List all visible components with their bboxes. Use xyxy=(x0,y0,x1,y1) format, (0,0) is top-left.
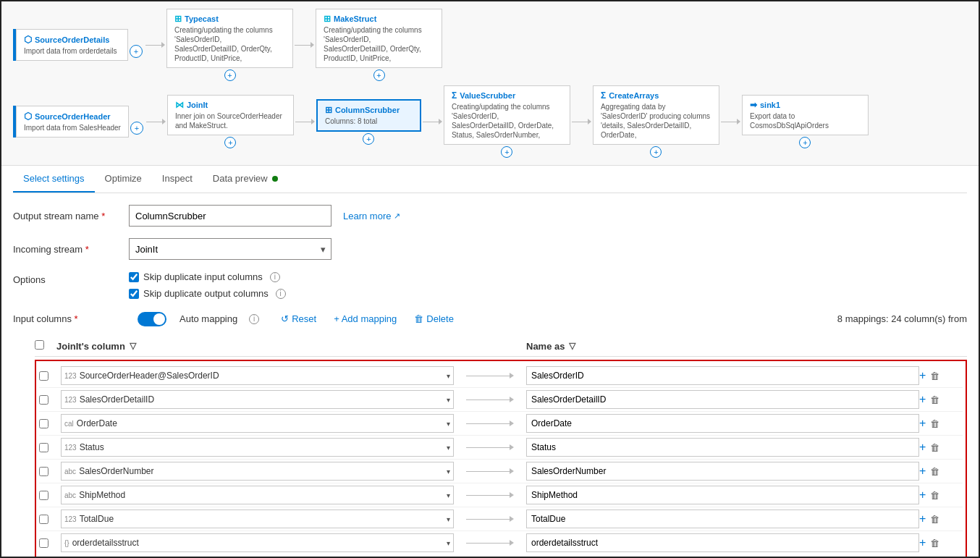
plus-below-vs[interactable]: + xyxy=(501,146,512,158)
row-add-button[interactable]: + xyxy=(919,513,926,525)
arrow-4 xyxy=(294,119,316,124)
row-add-button[interactable]: + xyxy=(919,537,926,549)
reset-button[interactable]: ↺ Reset xyxy=(276,310,321,327)
row-add-button[interactable]: + xyxy=(919,370,926,381)
row-delete-button[interactable]: 🗑 xyxy=(930,514,939,525)
node-joinit[interactable]: ⋈ JoinIt Inner join on SourceOrderHeader… xyxy=(167,95,294,135)
target-input[interactable] xyxy=(526,366,919,385)
node-wrapper-typecast: ⊞ Typecast Creating/updating the columns… xyxy=(166,9,293,81)
source-select[interactable]: 123 SourceOrderHeader@SalesOrderID ▾ xyxy=(61,366,454,385)
plus-below-makestruct[interactable]: + xyxy=(373,69,385,81)
tab-optimize[interactable]: Optimize xyxy=(95,166,152,193)
source-select[interactable]: 123 SalesOrderDetailID ▾ xyxy=(61,390,454,409)
plus-below-joinit[interactable]: + xyxy=(224,137,236,148)
skip-duplicate-input-row: Skip duplicate input columns i xyxy=(129,271,286,282)
transform-icon-2: ⊞ xyxy=(324,14,331,24)
plus-connector-1[interactable]: + xyxy=(130,45,143,58)
node-makestruct[interactable]: ⊞ MakeStruct Creating/updating the colum… xyxy=(316,9,442,68)
row-checkbox-cell xyxy=(39,419,61,428)
target-input[interactable] xyxy=(526,462,919,481)
row-delete-button[interactable]: 🗑 xyxy=(930,538,939,549)
node-columnscrubber[interactable]: ⊞ ColumnScrubber Columns: 8 total xyxy=(316,99,421,132)
node-desc-ca: Aggregating data by 'SalesOrderID' produ… xyxy=(601,102,711,140)
plus-connector-2[interactable]: + xyxy=(130,122,143,135)
row-checkbox[interactable] xyxy=(39,371,48,381)
type-icon: 123 xyxy=(64,444,77,452)
row-checkbox[interactable] xyxy=(39,491,48,500)
plus-below-ca[interactable]: + xyxy=(650,146,662,158)
row-checkbox[interactable] xyxy=(39,419,48,428)
app-container: ⬡ SourceOrderDetails Import data from or… xyxy=(0,0,980,558)
row-delete-button[interactable]: 🗑 xyxy=(930,466,939,477)
target-input[interactable] xyxy=(526,533,919,552)
auto-mapping-toggle[interactable] xyxy=(138,312,166,326)
row-checkbox[interactable] xyxy=(39,538,48,548)
skip-input-info-icon[interactable]: i xyxy=(270,272,280,282)
node-typecast[interactable]: ⊞ Typecast Creating/updating the columns… xyxy=(166,9,293,68)
output-stream-input[interactable] xyxy=(129,205,331,227)
row-add-button[interactable]: + xyxy=(919,441,926,453)
plus-below-sink1[interactable]: + xyxy=(799,137,811,148)
row-source-cell: abc SalesOrderNumber ▾ xyxy=(61,462,454,481)
row-delete-button[interactable]: 🗑 xyxy=(930,371,939,381)
row-checkbox[interactable] xyxy=(39,467,48,476)
row-delete-button[interactable]: 🗑 xyxy=(930,490,939,501)
transform-icon: ⊞ xyxy=(174,14,182,24)
node-source-order-details[interactable]: ⬡ SourceOrderDetails Import data from or… xyxy=(16,29,128,61)
target-input[interactable] xyxy=(526,390,919,409)
chevron-down-icon: ▾ xyxy=(447,396,450,404)
source-select[interactable]: abc ShipMethod ▾ xyxy=(61,486,454,504)
select-all-checkbox[interactable] xyxy=(35,340,44,350)
source-select[interactable]: 123 Status ▾ xyxy=(61,438,454,457)
table-body: 123 SourceOrderHeader@SalesOrderID ▾ + 🗑… xyxy=(35,360,967,557)
target-input[interactable] xyxy=(526,414,919,433)
skip-output-info-icon[interactable]: i xyxy=(276,289,286,299)
row-source-cell: abc ShipMethod ▾ xyxy=(61,486,454,504)
vs-icon: Σ xyxy=(452,90,457,101)
chevron-down-icon: ▾ xyxy=(447,491,450,499)
row-checkbox[interactable] xyxy=(39,395,48,405)
row-delete-button[interactable]: 🗑 xyxy=(930,418,939,429)
table-row: 123 SourceOrderHeader@SalesOrderID ▾ + 🗑 xyxy=(39,364,963,388)
delete-button[interactable]: 🗑 Delete xyxy=(410,310,458,327)
learn-more-link[interactable]: Learn more ↗ xyxy=(343,211,400,221)
auto-mapping-info-icon[interactable]: i xyxy=(249,314,259,324)
node-desc: Import data from orderdetails xyxy=(24,46,120,56)
target-input[interactable] xyxy=(526,438,919,457)
filter-icon-1[interactable]: ▽ xyxy=(130,341,136,351)
skip-duplicate-input-checkbox[interactable] xyxy=(129,272,139,282)
row-checkbox-cell xyxy=(39,371,61,381)
row-add-button[interactable]: + xyxy=(919,465,926,477)
row-add-button[interactable]: + xyxy=(919,489,926,501)
source-select[interactable]: abc SalesOrderNumber ▾ xyxy=(61,462,454,481)
source-select[interactable]: 123 TotalDue ▾ xyxy=(61,510,454,528)
node-source-order-header[interactable]: ⬡ SourceOrderHeader Import data from Sal… xyxy=(16,106,129,138)
plus-below-typecast[interactable]: + xyxy=(224,69,236,81)
row-checkbox[interactable] xyxy=(39,515,48,524)
source-value: OrderDate xyxy=(77,418,444,428)
source-select[interactable]: cal OrderDate ▾ xyxy=(61,414,454,433)
row-checkbox[interactable] xyxy=(39,443,48,452)
row-delete-button[interactable]: 🗑 xyxy=(930,394,939,405)
target-input[interactable] xyxy=(526,510,919,528)
row-add-button[interactable]: + xyxy=(919,394,926,405)
source-select[interactable]: {} orderdetailsstruct ▾ xyxy=(61,533,454,552)
row-delete-button[interactable]: 🗑 xyxy=(930,442,939,453)
tab-data-preview[interactable]: Data preview xyxy=(203,166,288,193)
row-add-button[interactable]: + xyxy=(919,418,926,429)
target-input[interactable] xyxy=(526,486,919,504)
type-icon: 123 xyxy=(64,372,77,380)
add-mapping-button[interactable]: + Add mapping xyxy=(329,310,401,327)
node-desc-cs: Columns: 8 total xyxy=(325,117,413,126)
output-stream-label: Output stream name * xyxy=(13,211,129,221)
node-createarrays[interactable]: Σ CreateArrays Aggregating data by 'Sale… xyxy=(593,85,719,145)
incoming-stream-select[interactable]: JoinIt xyxy=(129,238,331,260)
plus-below-cs[interactable]: + xyxy=(363,133,374,145)
tab-inspect[interactable]: Inspect xyxy=(152,166,203,193)
skip-duplicate-output-checkbox[interactable] xyxy=(129,289,139,299)
node-valuescrubber[interactable]: Σ ValueScrubber Creating/updating the co… xyxy=(444,85,570,145)
node-wrapper-createarrays: Σ CreateArrays Aggregating data by 'Sale… xyxy=(593,85,719,158)
filter-icon-2[interactable]: ▽ xyxy=(569,341,575,351)
tab-select-settings[interactable]: Select settings xyxy=(13,166,95,193)
node-sink1[interactable]: ➡ sink1 Export data to CosmosDbSqlApiOrd… xyxy=(742,95,869,135)
